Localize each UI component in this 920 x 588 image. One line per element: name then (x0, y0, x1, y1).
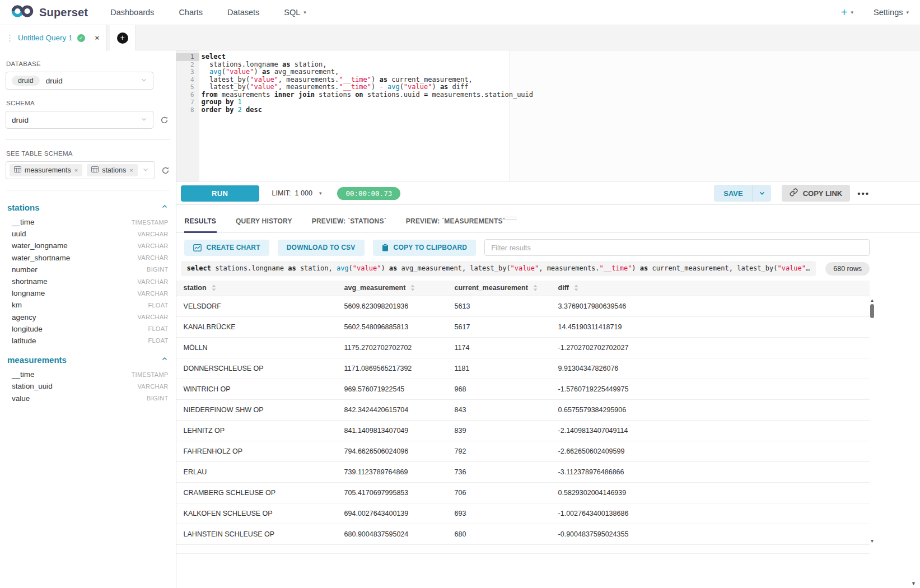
schema-select[interactable]: druid (6, 111, 153, 129)
table-cell: 1181 (447, 358, 551, 379)
column-list: __timeTIMESTAMPstation_uuidVARCHARvalueB… (0, 368, 176, 404)
table-cell: 0.5829302004146939 (551, 482, 870, 503)
table-row: MÖLLN1175.27027027027021174-1.2702702702… (176, 337, 870, 358)
table-cell: 9.91304347826076 (551, 358, 870, 379)
schema-section-header-stations[interactable]: stations (0, 202, 176, 212)
line-number: 8 (176, 106, 199, 114)
scroll-up-icon[interactable]: ▲ (868, 298, 876, 304)
column-type: VARCHAR (137, 254, 168, 261)
table-row: LAHNSTEIN SCHLEUSE OP680.900483759502468… (176, 524, 870, 544)
results-tab-query-history[interactable]: QUERY HISTORY (235, 212, 293, 232)
page-scroll-down-icon[interactable]: ▼ (911, 581, 916, 586)
drag-dots-icon[interactable]: ⋮ (6, 33, 13, 43)
schema-section-measurements: measurements__timeTIMESTAMPstation_uuidV… (0, 354, 176, 404)
sort-icon[interactable] (212, 284, 216, 291)
chevron-up-icon[interactable] (161, 354, 168, 365)
table-cell: LAHNSTEIN SCHLEUSE OP (176, 524, 337, 544)
table-cell: 736 (447, 461, 551, 482)
save-button[interactable]: SAVE (714, 185, 752, 202)
close-tab-icon[interactable]: × (95, 34, 99, 42)
sort-icon[interactable] (574, 284, 578, 291)
column-header-avg_measurement[interactable]: avg_measurement (337, 281, 447, 296)
table-cell: 839 (447, 420, 551, 441)
copy-to-clipboard-button[interactable]: COPY TO CLIPBOARD (373, 240, 477, 256)
sort-icon[interactable] (410, 284, 415, 291)
column-row: agencyVARCHAR (0, 311, 176, 323)
nav-item-datasets[interactable]: Datasets (227, 8, 259, 17)
table-row: CRAMBERG SCHLEUSE OP705.4170697995853706… (176, 482, 870, 503)
table-row: WINTRICH OP969.576071922545968-1.5760719… (176, 379, 870, 399)
limit-dropdown[interactable]: LIMIT: 1 000 ▾ (272, 189, 322, 197)
table-cell: 5609.623098201936 (337, 296, 447, 316)
filter-results-input[interactable] (484, 239, 870, 256)
copy-link-button[interactable]: COPY LINK (782, 185, 851, 202)
button-label: COPY TO CLIPBOARD (394, 244, 468, 251)
superset-logo[interactable]: Superset (10, 4, 88, 21)
create-chart-button[interactable]: CREATE CHART (184, 240, 269, 256)
column-header-current_measurement[interactable]: current_measurement (447, 281, 551, 296)
column-name: longname (12, 289, 45, 297)
nav-item-dashboards[interactable]: Dashboards (110, 8, 154, 17)
table-tag-measurements[interactable]: measurements× (10, 164, 82, 176)
column-list: __timeTIMESTAMPuuidVARCHARwater_longname… (0, 216, 176, 347)
scrollbar-thumb[interactable] (870, 304, 874, 318)
scroll-down-icon[interactable]: ▼ (868, 539, 876, 544)
chevron-down-icon: ▾ (851, 10, 854, 15)
results-tab-preview-stations-[interactable]: PREVIEW: `STATIONS` (311, 212, 387, 232)
table-cell (447, 544, 551, 553)
download-to-csv-button[interactable]: DOWNLOAD TO CSV (278, 240, 365, 256)
column-row: water_longnameVARCHAR (0, 240, 176, 251)
column-name: km (12, 301, 22, 309)
table-cell: 14.45190311418719 (551, 316, 870, 337)
refresh-tables-icon[interactable] (161, 166, 170, 175)
database-select[interactable]: druid druid (6, 72, 153, 90)
column-header-label: current_measurement (455, 284, 528, 292)
table-select[interactable]: measurements×stations× (6, 161, 155, 179)
refresh-schemas-icon[interactable] (159, 116, 170, 124)
chevron-up-icon[interactable] (161, 202, 168, 212)
table-cell: 1175.2702702702702 (337, 337, 447, 358)
column-name: uuid (12, 230, 26, 238)
code-line-3: avg("value") as avg_measurement, (202, 68, 920, 76)
editor-code[interactable]: select stations.longname as station, avg… (199, 50, 920, 181)
sort-icon[interactable] (533, 284, 538, 291)
column-header-station[interactable]: station (176, 281, 337, 296)
settings-menu[interactable]: Settings▾ (874, 8, 909, 17)
add-tab-button[interactable]: + (110, 25, 136, 50)
nav-item-sql[interactable]: SQL▾ (284, 8, 306, 17)
more-menu-button[interactable]: ••• (857, 189, 870, 198)
table-cell: 3.3769017980639546 (551, 296, 870, 316)
run-button[interactable]: RUN (181, 185, 259, 202)
tab-untitled-query[interactable]: ⋮ Untitled Query 1 ✓ × (0, 25, 106, 50)
remove-tag-icon[interactable]: × (129, 167, 133, 174)
chevron-down-icon (141, 76, 147, 86)
line-number: 3 (176, 68, 199, 76)
results-tab-preview-measurements-[interactable]: PREVIEW: `MEASUREMENTS` (405, 212, 506, 232)
table-cell: KANALBRÜCKE (176, 316, 337, 337)
column-header-diff[interactable]: diff (551, 281, 870, 296)
results-table: stationavg_measurementcurrent_measuremen… (176, 281, 870, 554)
table-scrollbar[interactable]: ▲ ▼ (868, 298, 876, 549)
table-row: KALKOFEN SCHLEUSE OP694.0027643400139693… (176, 503, 870, 524)
nav-item-charts[interactable]: Charts (179, 8, 203, 17)
results-tab-results[interactable]: RESULTS (184, 212, 217, 233)
save-dropdown-button[interactable] (753, 185, 771, 202)
line-number: 7 (176, 99, 199, 106)
remove-tag-icon[interactable]: × (74, 167, 78, 174)
table-cell: FAHRENHOLZ OP (176, 441, 337, 461)
sql-editor[interactable]: 12345678 select stations.longname as sta… (176, 50, 920, 182)
pane-resize-handle[interactable] (500, 217, 517, 221)
column-type: BIGINT (147, 266, 168, 273)
table-cell: CRAMBERG SCHLEUSE OP (176, 482, 337, 503)
column-row: longitudeFLOAT (0, 323, 176, 335)
table-cell: DONNERSCHLEUSE OP (176, 358, 337, 379)
code-line-2: stations.longname as station, (202, 61, 920, 69)
new-menu-button[interactable]: + ▾ (841, 7, 853, 18)
table-tag-stations[interactable]: stations× (87, 164, 138, 176)
code-line-1: select (202, 53, 920, 61)
table-row: VELSDORF5609.62309820193656133.376901798… (176, 296, 870, 316)
results-tab-bar: RESULTSQUERY HISTORYPREVIEW: `STATIONS`P… (176, 212, 920, 233)
table-name: measurements (7, 355, 67, 365)
chevron-down-icon: ▾ (319, 190, 322, 196)
schema-section-header-measurements[interactable]: measurements (0, 354, 176, 365)
